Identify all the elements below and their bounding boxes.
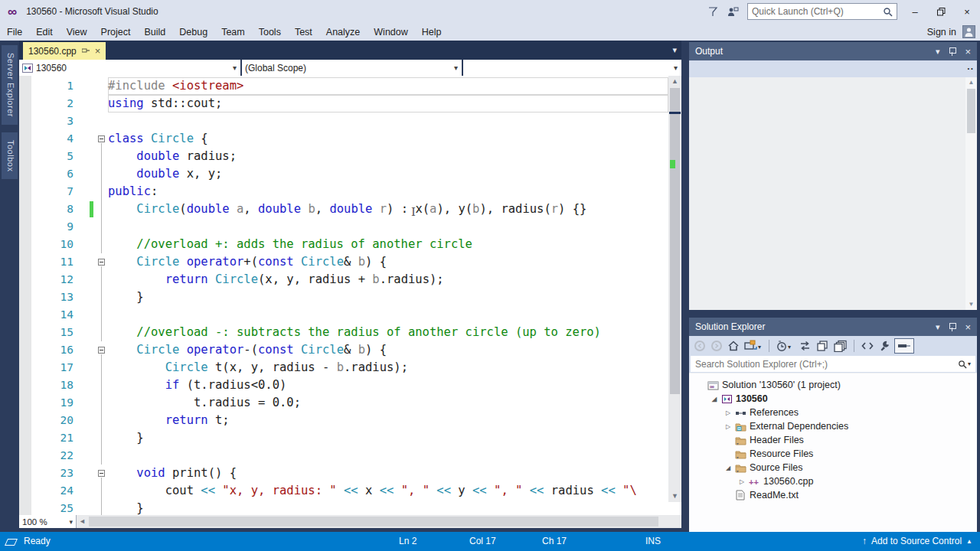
window-position-dropdown-icon[interactable]: ▾ bbox=[936, 47, 940, 57]
collapse-region-icon[interactable] bbox=[98, 347, 105, 354]
minimize-button[interactable]: – bbox=[902, 2, 928, 21]
solution-explorer-header[interactable]: Solution Explorer ▾ × bbox=[689, 318, 977, 336]
pin-tab-icon[interactable] bbox=[82, 47, 90, 56]
tree-item-source-files[interactable]: ◢Source Files bbox=[689, 461, 977, 474]
feedback-icon[interactable] bbox=[723, 3, 743, 20]
editor-gutter[interactable] bbox=[79, 412, 108, 429]
user-avatar-icon[interactable] bbox=[962, 25, 975, 38]
close-tab-icon[interactable]: × bbox=[95, 46, 101, 56]
forward-toolbar-icon[interactable] bbox=[709, 338, 724, 354]
menu-item-team[interactable]: Team bbox=[214, 24, 252, 40]
sidebar-item-toolbox[interactable]: Toolbox bbox=[2, 132, 18, 179]
code-line-17[interactable]: 17 Circle t(x, y, radius - b.radius); bbox=[19, 359, 668, 377]
editor-gutter[interactable] bbox=[79, 306, 108, 324]
editor-gutter[interactable] bbox=[79, 429, 108, 447]
wrench-toolbar-icon[interactable] bbox=[877, 338, 893, 354]
editor-gutter[interactable] bbox=[79, 324, 108, 341]
tree-expander-icon[interactable]: ◢ bbox=[709, 396, 720, 403]
editor-horizontal-scrollbar[interactable]: ◄ bbox=[77, 515, 681, 528]
tree-item-130560-cpp[interactable]: ▷++130560.cpp bbox=[689, 474, 977, 488]
sidebar-item-server-explorer[interactable]: Server Explorer bbox=[2, 45, 18, 125]
output-panel-header[interactable]: Output ▾ × bbox=[689, 42, 977, 60]
scrollbar-thumb[interactable] bbox=[967, 89, 975, 133]
back-toolbar-icon[interactable] bbox=[692, 338, 707, 354]
code-line-4[interactable]: 4class Circle { bbox=[19, 130, 668, 148]
tree-expander-icon[interactable]: ◢ bbox=[723, 465, 733, 471]
scrollbar-thumb[interactable] bbox=[89, 517, 658, 527]
code-editor[interactable]: 1#include <iostream>2using std::cout;34c… bbox=[19, 76, 681, 515]
code-toolbar-icon[interactable] bbox=[859, 338, 876, 354]
tree-item-header-files[interactable]: Header Files bbox=[689, 433, 977, 447]
menu-item-help[interactable]: Help bbox=[415, 24, 449, 40]
tree-expander-icon[interactable]: ▷ bbox=[723, 409, 733, 416]
editor-gutter[interactable] bbox=[79, 148, 108, 165]
tree-item-resource-files[interactable]: Resource Files bbox=[689, 447, 977, 461]
editor-gutter[interactable] bbox=[79, 253, 108, 271]
collapse-region-icon[interactable] bbox=[98, 259, 105, 266]
editor-gutter[interactable] bbox=[79, 218, 108, 236]
code-line-23[interactable]: 23 void print() { bbox=[19, 465, 668, 482]
menu-item-view[interactable]: View bbox=[60, 24, 94, 40]
editor-gutter[interactable] bbox=[79, 465, 108, 482]
editor-gutter[interactable] bbox=[79, 165, 108, 183]
editor-gutter[interactable] bbox=[79, 500, 108, 515]
editor-gutter[interactable] bbox=[79, 289, 108, 306]
document-well-dropdown-icon[interactable]: ▾ bbox=[672, 45, 677, 55]
scroll-up-icon[interactable]: ▲ bbox=[965, 77, 977, 88]
editor-gutter[interactable] bbox=[79, 341, 108, 359]
pending-toolbar-icon[interactable]: ▾ bbox=[774, 338, 795, 354]
editor-gutter[interactable] bbox=[79, 271, 108, 289]
chevron-down-icon[interactable]: ▾ bbox=[968, 360, 971, 367]
code-line-1[interactable]: 1#include <iostream> bbox=[19, 77, 668, 95]
scroll-down-icon[interactable]: ▼ bbox=[965, 299, 977, 310]
tree-item-readme-txt[interactable]: ReadMe.txt bbox=[689, 488, 977, 502]
background-tasks-icon[interactable] bbox=[5, 539, 18, 546]
editor-gutter[interactable] bbox=[79, 482, 108, 500]
copies-toolbar-icon[interactable] bbox=[832, 338, 849, 354]
switch-toolbar-icon[interactable]: ▾ bbox=[743, 338, 764, 354]
menu-item-build[interactable]: Build bbox=[137, 24, 172, 40]
menu-item-debug[interactable]: Debug bbox=[172, 24, 214, 40]
scroll-up-icon[interactable]: ▲ bbox=[668, 76, 681, 87]
window-position-dropdown-icon[interactable]: ▾ bbox=[936, 322, 940, 332]
tree-item-solution-130560-1-project-[interactable]: ∞Solution '130560' (1 project) bbox=[689, 378, 977, 392]
output-scrollbar[interactable]: ▲ ▼ bbox=[965, 77, 977, 310]
restore-button[interactable] bbox=[928, 2, 954, 21]
code-line-16[interactable]: 16 Circle operator-(const Circle& b) { bbox=[19, 341, 668, 359]
tree-expander-icon[interactable]: ▷ bbox=[737, 478, 747, 485]
code-line-18[interactable]: 18 if (t.radius<0.0) bbox=[19, 377, 668, 394]
editor-vertical-scrollbar[interactable]: ⇕ ▲ ▼ bbox=[668, 76, 681, 502]
editor-zoom-dropdown[interactable]: 100 % ▾ bbox=[19, 515, 77, 528]
editor-gutter[interactable] bbox=[79, 95, 108, 112]
code-line-8[interactable]: 8 Circle(double a, double b, double r) :… bbox=[19, 201, 668, 218]
editor-gutter[interactable] bbox=[79, 201, 108, 218]
editor-gutter[interactable] bbox=[79, 112, 108, 130]
editor-gutter[interactable] bbox=[79, 377, 108, 394]
editor-gutter[interactable] bbox=[79, 394, 108, 412]
menu-item-file[interactable]: File bbox=[0, 24, 29, 40]
pin-panel-icon[interactable] bbox=[949, 323, 956, 331]
menu-item-edit[interactable]: Edit bbox=[29, 24, 60, 40]
collapse-region-icon[interactable] bbox=[98, 135, 105, 142]
search-solution-explorer-input[interactable]: Search Solution Explorer (Ctrl+;) ▾ bbox=[691, 356, 975, 372]
add-to-source-control-button[interactable]: ↑ Add to Source Control ▲ bbox=[862, 536, 972, 546]
code-line-13[interactable]: 13 } bbox=[19, 289, 668, 306]
code-line-24[interactable]: 24 cout << "x, y, radius: " << x << ", "… bbox=[19, 482, 668, 500]
menu-item-tools[interactable]: Tools bbox=[252, 24, 288, 40]
menu-item-analyze[interactable]: Analyze bbox=[319, 24, 367, 40]
toolbar-overflow-icon[interactable]: .. bbox=[967, 61, 974, 72]
sync-toolbar-icon[interactable] bbox=[797, 338, 813, 354]
tree-item-references[interactable]: ▷References bbox=[689, 406, 977, 419]
member-dropdown[interactable]: ▾ bbox=[463, 60, 681, 76]
code-line-9[interactable]: 9 bbox=[19, 218, 668, 236]
menu-item-project[interactable]: Project bbox=[94, 24, 138, 40]
tree-item-external-dependencies[interactable]: ▷External Dependencies bbox=[689, 419, 977, 433]
editor-gutter[interactable] bbox=[79, 447, 108, 465]
code-line-20[interactable]: 20 return t; bbox=[19, 412, 668, 429]
code-line-6[interactable]: 6 double x, y; bbox=[19, 165, 668, 183]
notifications-flag-icon[interactable] bbox=[703, 3, 723, 20]
search-icon[interactable] bbox=[883, 7, 893, 17]
code-line-14[interactable]: 14 bbox=[19, 306, 668, 324]
close-button[interactable]: × bbox=[954, 2, 980, 21]
scroll-down-icon[interactable]: ▼ bbox=[668, 491, 681, 502]
